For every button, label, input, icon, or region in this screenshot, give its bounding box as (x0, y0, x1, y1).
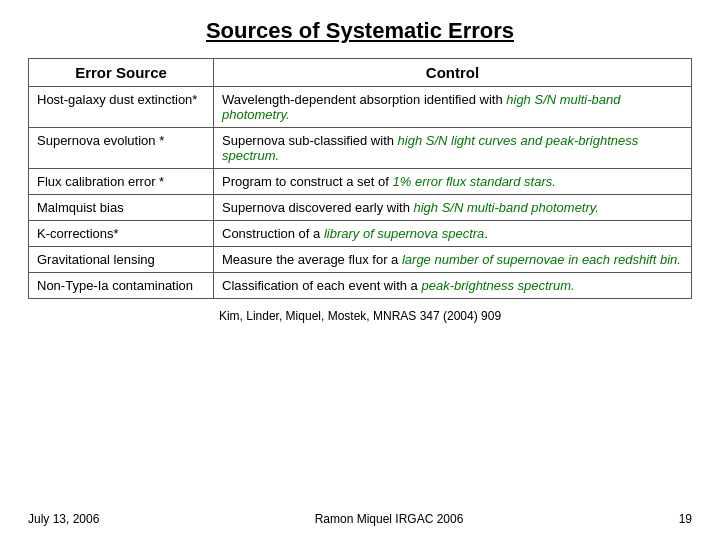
table-row: Host-galaxy dust extinction*Wavelength-d… (29, 87, 692, 128)
footer-center: Ramon Miquel IRGAC 2006 (315, 512, 464, 526)
source-cell: Non-Type-Ia contamination (29, 273, 214, 299)
control-cell: Construction of a library of supernova s… (214, 221, 692, 247)
source-cell: K-corrections* (29, 221, 214, 247)
italic-text: peak-brightness spectrum. (421, 278, 574, 293)
citation: Kim, Linder, Miquel, Mostek, MNRAS 347 (… (219, 309, 501, 323)
source-cell: Gravitational lensing (29, 247, 214, 273)
source-cell: Host-galaxy dust extinction* (29, 87, 214, 128)
page: Sources of Systematic Errors Error Sourc… (0, 0, 720, 540)
italic-text: high S/N multi-band photometry. (222, 92, 620, 122)
italic-text: high S/N multi-band photometry. (414, 200, 599, 215)
italic-text: library of supernova spectra (324, 226, 484, 241)
col2-header: Control (214, 59, 692, 87)
table-row: Gravitational lensingMeasure the average… (29, 247, 692, 273)
table-row: Flux calibration error *Program to const… (29, 169, 692, 195)
control-cell: Wavelength-dependent absorption identifi… (214, 87, 692, 128)
footer: July 13, 2006 Ramon Miquel IRGAC 2006 19 (28, 512, 692, 526)
table-row: Supernova evolution *Supernova sub-class… (29, 128, 692, 169)
page-title: Sources of Systematic Errors (206, 18, 514, 44)
table-row: K-corrections*Construction of a library … (29, 221, 692, 247)
col1-header: Error Source (29, 59, 214, 87)
source-cell: Supernova evolution * (29, 128, 214, 169)
italic-text: large number of supernovae in each redsh… (402, 252, 681, 267)
source-cell: Malmquist bias (29, 195, 214, 221)
control-cell: Program to construct a set of 1% error f… (214, 169, 692, 195)
italic-text: 1% error flux standard stars. (393, 174, 556, 189)
italic-text: high S/N light curves and peak-brightnes… (222, 133, 638, 163)
footer-left: July 13, 2006 (28, 512, 99, 526)
control-cell: Measure the average flux for a large num… (214, 247, 692, 273)
table-row: Non-Type-Ia contaminationClassification … (29, 273, 692, 299)
control-cell: Supernova sub-classified with high S/N l… (214, 128, 692, 169)
source-cell: Flux calibration error * (29, 169, 214, 195)
errors-table: Error Source Control Host-galaxy dust ex… (28, 58, 692, 299)
control-cell: Classification of each event with a peak… (214, 273, 692, 299)
table-row: Malmquist biasSupernova discovered early… (29, 195, 692, 221)
control-cell: Supernova discovered early with high S/N… (214, 195, 692, 221)
footer-right: 19 (679, 512, 692, 526)
